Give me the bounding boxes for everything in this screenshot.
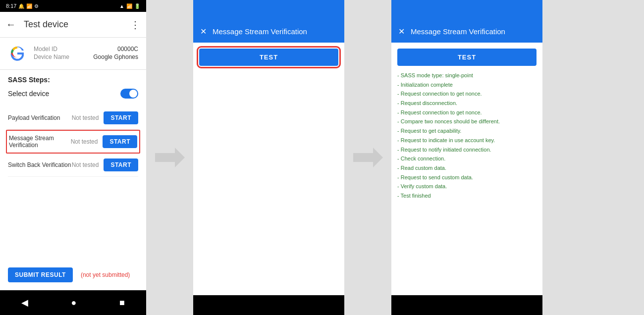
result-line-item: - Compare two nonces should be different…	[397, 117, 537, 126]
more-options-button[interactable]: ⋮	[130, 19, 140, 31]
result-line-item: - Read custom data.	[397, 163, 537, 173]
app-toolbar: ← Test device ⋮	[0, 12, 146, 38]
dialog-content-completed: TEST - SASS mode type: single-point- Ini…	[391, 43, 542, 295]
test-button-completed[interactable]: TEST	[397, 49, 537, 66]
dialog-screen-completed: ✕ Message Stream Verification TEST - SAS…	[391, 0, 542, 315]
message-stream-verification-label: Message StreamVerification	[9, 135, 71, 149]
time-display: 8:17	[6, 3, 16, 9]
nav-bar: ◀ ● ■	[0, 290, 146, 315]
switch-back-verification-row: Switch Back Verification Not tested STAR…	[8, 154, 138, 177]
dialog-panel-initial: ✕ Message Stream Verification TEST	[193, 0, 344, 315]
result-line-item: - Initialization complete	[397, 80, 537, 90]
result-log: - SASS mode type: single-point- Initiali…	[397, 71, 537, 201]
select-device-toggle[interactable]	[120, 89, 138, 99]
result-line-item: - Test finished	[397, 191, 537, 201]
nav-back-button[interactable]: ◀	[21, 297, 28, 308]
message-stream-verification-status: Not tested	[71, 138, 98, 145]
sass-section: SASS Steps: Select device Payload Verifi…	[0, 70, 146, 260]
settings-icon: ⚙	[34, 3, 39, 9]
submit-result-button[interactable]: SUBMIT RESULT	[8, 267, 73, 282]
arrow-section-1	[146, 0, 193, 315]
submit-status: (not yet submitted)	[81, 271, 130, 278]
result-line-item: - SASS mode type: single-point	[397, 71, 537, 80]
payload-verification-row: Payload Verification Not tested START	[8, 106, 138, 130]
result-line-item: - Request to notify initiated connection…	[397, 145, 537, 155]
dialog-screen-initial: ✕ Message Stream Verification TEST	[193, 0, 344, 315]
result-line-item: - Request to get capability.	[397, 126, 537, 136]
model-id-value: 00000C	[117, 46, 138, 52]
device-name-label: Device Name	[34, 53, 69, 60]
payload-verification-status: Not tested	[72, 114, 99, 121]
result-line-item: - Request disconnection.	[397, 99, 537, 108]
dialog-title-initial: Message Stream Verification	[213, 27, 307, 36]
dialog-close-button-initial[interactable]: ✕	[200, 27, 207, 36]
switch-back-verification-status: Not tested	[72, 161, 99, 168]
select-device-label: Select device	[8, 90, 49, 98]
submit-section: SUBMIT RESULT (not yet submitted)	[0, 260, 146, 290]
phone-screen: ← Test device ⋮ Model ID 00000C	[0, 12, 146, 290]
phone-panel: 8:17 🔔 📶 ⚙ ▲ 📶 🔋 ← Test device ⋮	[0, 0, 146, 315]
back-button[interactable]: ←	[6, 19, 16, 30]
dialog-panel-completed: ✕ Message Stream Verification TEST - SAS…	[391, 0, 542, 315]
arrow-head-2	[373, 148, 383, 167]
result-line-item: - Check connection.	[397, 154, 537, 163]
dialog-header-completed: ✕ Message Stream Verification	[391, 20, 542, 43]
switch-back-verification-start-button[interactable]: START	[104, 158, 138, 171]
result-line-item: - Request to send custom data.	[397, 173, 537, 182]
model-id-row: Model ID 00000C	[34, 46, 138, 52]
dialog-bottom-bar-completed	[391, 295, 542, 315]
battery-icon: 🔋	[134, 3, 140, 9]
arrow-body-1	[155, 153, 177, 162]
arrow-1	[155, 148, 185, 167]
payload-verification-label: Payload Verification	[8, 114, 72, 121]
test-button-initial[interactable]: TEST	[199, 49, 338, 66]
payload-verification-start-button[interactable]: START	[104, 111, 138, 124]
device-name-row: Device Name Google Gphones	[34, 53, 138, 60]
status-bar: 8:17 🔔 📶 ⚙ ▲ 📶 🔋	[0, 0, 146, 12]
result-line-item: - Request to indicate in use account key…	[397, 136, 537, 145]
nav-recents-button[interactable]: ■	[119, 298, 125, 308]
dialog-header-initial: ✕ Message Stream Verification	[193, 20, 344, 43]
switch-back-verification-label: Switch Back Verification	[8, 161, 72, 168]
nav-home-button[interactable]: ●	[71, 298, 77, 308]
dialog-title-completed: Message Stream Verification	[411, 27, 505, 36]
sim-icon: 📶	[26, 3, 32, 9]
dialog-top-bar-initial	[193, 0, 344, 20]
result-line-item: - Request connection to get nonce.	[397, 89, 537, 99]
status-left: 8:17 🔔 📶 ⚙	[6, 3, 39, 9]
dialog-close-button-completed[interactable]: ✕	[398, 27, 405, 36]
arrow-body-2	[353, 153, 376, 162]
device-info-rows: Model ID 00000C Device Name Google Gphon…	[34, 46, 138, 61]
select-device-row: Select device	[8, 89, 138, 99]
notification-icon: 🔔	[18, 3, 24, 9]
device-logo	[8, 44, 28, 63]
dialog-bottom-bar-initial	[193, 295, 344, 315]
model-id-label: Model ID	[34, 46, 57, 52]
dialog-top-bar-completed	[391, 0, 542, 20]
wifi-icon: 📶	[126, 3, 132, 9]
device-name-value: Google Gphones	[93, 53, 138, 60]
result-line-item: - Request connection to get nonce.	[397, 108, 537, 117]
toolbar-title: Test device	[24, 19, 130, 30]
message-stream-verification-row: Message StreamVerification Not tested ST…	[6, 130, 140, 154]
arrow-2	[353, 148, 383, 167]
device-info-card: Model ID 00000C Device Name Google Gphon…	[0, 38, 146, 70]
message-stream-verification-start-button[interactable]: START	[103, 135, 137, 148]
signal-icon: ▲	[119, 3, 124, 9]
result-line-item: - Verify custom data.	[397, 182, 537, 191]
arrow-section-2	[344, 0, 391, 315]
arrow-head-1	[175, 148, 185, 167]
dialog-content-initial: TEST	[193, 43, 344, 295]
status-right: ▲ 📶 🔋	[119, 3, 140, 9]
sass-title: SASS Steps:	[8, 76, 138, 84]
